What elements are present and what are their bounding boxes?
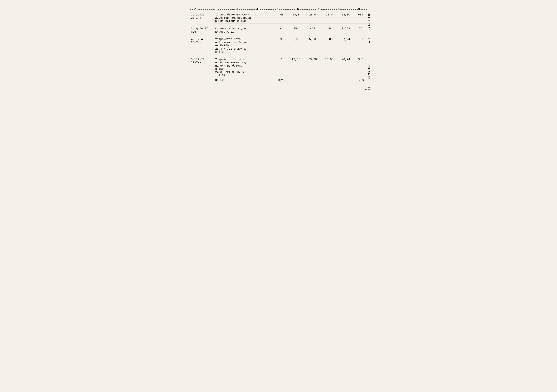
side-label-bottom: I2797-05: [368, 8, 371, 79]
row4-num: 4. I2-45 20-7-а: [190, 34, 214, 55]
row5-c7: 26,24: [337, 55, 354, 78]
itogo-unit: руб.: [276, 78, 288, 83]
row3-c6: 454: [321, 24, 337, 34]
row5-c4: I3,08: [287, 55, 304, 78]
table-row: 4. I2-45 20-7-а Устройство бетон-ной сте…: [190, 34, 367, 55]
row2-c4: 28,0: [287, 12, 304, 24]
itogo-row: ИТОГО – руб. I789: [190, 78, 367, 83]
ruler: 1 2 3 4 5 6 7 8 9: [190, 8, 367, 11]
table-row: 5. I2-II 20-I-а Устройство бетон-ного ос…: [190, 55, 367, 78]
row5-c6: I3,08: [321, 55, 337, 78]
row3-desc: Стоимость арматурыкласса А-II: [214, 24, 276, 34]
row5-c8: 343: [354, 55, 367, 78]
ruler-num-3: 3: [235, 8, 238, 11]
row4-desc: Устройство бетон-ной стенки из бето-на М…: [214, 34, 276, 55]
side-label-i19: I-I9: [365, 87, 371, 90]
row5-desc: Устройство бетон-ного основания под пане…: [214, 55, 276, 78]
row2-c5: 28,0: [304, 12, 321, 24]
row5-c5: I3,08: [304, 55, 321, 78]
main-table: 2. I2-II 20-I-а То же, бетонных фун-даме…: [190, 12, 367, 83]
row4-c8: I37: [354, 34, 367, 55]
ruler-num-9: 9: [358, 8, 360, 11]
row3-c4: 454: [287, 24, 304, 34]
row3-unit: кг: [276, 24, 288, 34]
ruler-num-1: 1: [195, 8, 197, 11]
ruler-num-4: 4: [256, 8, 259, 11]
row2-c8: 680: [354, 12, 367, 24]
row5-num: 5. I2-II 20-I-а: [190, 55, 214, 78]
table-row: 2. I2-II 20-I-а То же, бетонных фун-даме…: [190, 12, 367, 24]
itogo-value: I789: [354, 78, 367, 83]
itogo-c7: [337, 78, 354, 83]
row3-c7: 0,I68: [337, 24, 354, 34]
table-row: 3. ц.Iч.II п.6 Стоимость арматурыкласса …: [190, 24, 367, 34]
ruler-num-7: 7: [317, 8, 320, 11]
row2-c6: 28,0: [321, 12, 337, 24]
row2-c7: 24,30: [337, 12, 354, 24]
row3-c8: 76: [354, 24, 367, 34]
itogo-label: ИТОГО –: [214, 78, 276, 83]
row5-unit: *: [276, 55, 288, 78]
row4-c5: 5,03: [304, 34, 321, 55]
ruler-num-8: 8: [337, 8, 340, 11]
row2-unit: м3: [276, 12, 288, 24]
ruler-num-5: 5: [276, 8, 279, 11]
ruler-num-6: 6: [296, 8, 299, 11]
row4-c7: 27,24: [337, 34, 354, 55]
row4-c6: 5,03: [321, 34, 337, 55]
row2-desc: То же, бетонных фун-даментов под резерву…: [214, 12, 276, 24]
row4-unit: м3: [276, 34, 288, 55]
itogo-c6: [321, 78, 337, 83]
row3-c5: 454: [304, 24, 321, 34]
row4-c4: 5,03: [287, 34, 304, 55]
page: 704–I–I02 A-7 I-I9 I2797-05 1 2 3 4 5 6 …: [188, 4, 369, 90]
row2-num: 2. I2-II 20-I-а: [190, 12, 214, 24]
ruler-num-2: 2: [215, 8, 218, 11]
row3-num: 3. ц.Iч.II п.6: [190, 24, 214, 34]
itogo-c5: [304, 78, 321, 83]
itogo-c4: [287, 78, 304, 83]
itogo-empty: [190, 78, 214, 83]
